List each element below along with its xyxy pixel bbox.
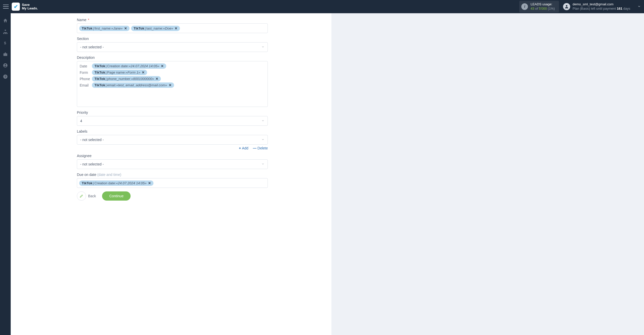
back-button[interactable]: Back <box>77 191 96 201</box>
chip-remove-icon[interactable]: ✕ <box>142 71 145 74</box>
svg-text:$: $ <box>4 41 6 45</box>
minus-icon: — <box>253 146 257 150</box>
svg-point-0 <box>566 5 567 7</box>
chip-remove-icon[interactable]: ✕ <box>169 83 172 87</box>
labels-add-button[interactable]: + Add <box>239 146 248 150</box>
svg-text:?: ? <box>5 75 6 78</box>
usage-total: 5'000 <box>539 7 547 10</box>
briefcase-icon[interactable] <box>3 51 8 57</box>
usage-of: of <box>535 7 538 10</box>
chevron-down-icon <box>261 119 264 123</box>
user-circle-icon[interactable] <box>3 63 8 68</box>
user-info: demo_sml_test@gmail.com Plan |Basic| lef… <box>573 2 631 11</box>
desc-row-date-label: Date <box>80 64 90 68</box>
labels-select[interactable]: - not selected - <box>77 135 268 145</box>
name-input[interactable]: TikTok | first_name: «Jane»✕ TikTok | la… <box>77 23 268 33</box>
svg-point-8 <box>5 64 6 65</box>
sitemap-icon[interactable] <box>3 29 8 35</box>
usage-pct: (1%) <box>548 7 555 10</box>
form-panel: Name * TikTok | first_name: «Jane»✕ TikT… <box>11 13 331 335</box>
desc-row-email-label: Email <box>80 83 90 87</box>
due-input[interactable]: TikTok | Creation date: «24.07.2024 14:0… <box>77 178 268 188</box>
chevron-down-icon <box>261 45 264 49</box>
chip-remove-icon[interactable]: ✕ <box>148 181 151 185</box>
priority-select[interactable]: 4 <box>77 116 268 126</box>
description-input[interactable]: Date TikTok | Creation date: «24.07.2024… <box>77 61 268 107</box>
usage-title: LEADS usage: <box>530 2 555 7</box>
plus-icon: + <box>239 146 241 150</box>
edit-icon <box>77 191 86 201</box>
user-email: demo_sml_test@gmail.com <box>573 2 631 7</box>
chip-remove-icon[interactable]: ✕ <box>175 26 177 30</box>
sidebar: $ ? <box>0 13 11 335</box>
question-circle-icon[interactable]: ? <box>3 74 8 79</box>
info-icon: i <box>521 3 528 10</box>
chip-due-date[interactable]: TikTok | Creation date: «24.07.2024 14:0… <box>79 180 153 186</box>
labels-delete-button[interactable]: — Delete <box>253 146 268 150</box>
svg-rect-3 <box>5 33 6 34</box>
usage-box[interactable]: i LEADS usage: 43 of 5'000 (1%) <box>519 1 559 12</box>
chip-phone[interactable]: TikTok | phone_number: «8001000000»✕ <box>92 76 161 81</box>
menu-icon[interactable] <box>3 5 9 9</box>
chip-remove-icon[interactable]: ✕ <box>161 64 164 68</box>
svg-rect-6 <box>4 53 7 56</box>
logo-icon: ✔ <box>12 3 20 11</box>
continue-button[interactable]: Continue <box>102 191 131 201</box>
description-label: Description <box>77 55 268 60</box>
chip-page-name[interactable]: TikTok | Page name: «Form 1»✕ <box>92 70 147 75</box>
svg-rect-2 <box>3 33 4 34</box>
chip-email[interactable]: TikTok | email: «test_email_address@mail… <box>92 82 174 88</box>
chip-last-name[interactable]: TikTok | last_name: «Doe»✕ <box>131 26 180 31</box>
logo-text: Save My Leads. <box>22 3 38 10</box>
name-label: Name * <box>77 18 268 22</box>
assignee-select[interactable]: - not selected - <box>77 159 268 169</box>
chevron-down-icon <box>261 138 264 142</box>
desc-row-form-label: Form <box>80 71 90 75</box>
chevron-down-icon[interactable] <box>637 5 641 9</box>
avatar-icon[interactable] <box>563 3 570 10</box>
assignee-label: Assignee <box>77 154 268 158</box>
chip-remove-icon[interactable]: ✕ <box>124 26 127 30</box>
section-label: Section <box>77 37 268 41</box>
home-icon[interactable] <box>3 18 8 23</box>
section-select[interactable]: - not selected - <box>77 42 268 52</box>
desc-row-phone-label: Phone <box>80 77 90 81</box>
due-label: Due on date (date and time) <box>77 173 268 177</box>
dollar-icon[interactable]: $ <box>3 40 8 46</box>
usage-used: 43 <box>530 7 534 10</box>
labels-label: Labels <box>77 129 268 133</box>
chip-first-name[interactable]: TikTok | first_name: «Jane»✕ <box>79 26 130 31</box>
chip-creation-date[interactable]: TikTok | Creation date: «24.07.2024 14:0… <box>92 63 166 69</box>
chip-remove-icon[interactable]: ✕ <box>156 77 158 81</box>
svg-rect-4 <box>6 33 7 34</box>
chevron-down-icon <box>261 162 264 166</box>
top-bar: ✔ Save My Leads. i LEADS usage: 43 of 5'… <box>0 0 644 13</box>
svg-rect-1 <box>5 30 6 31</box>
priority-label: Priority <box>77 110 268 115</box>
